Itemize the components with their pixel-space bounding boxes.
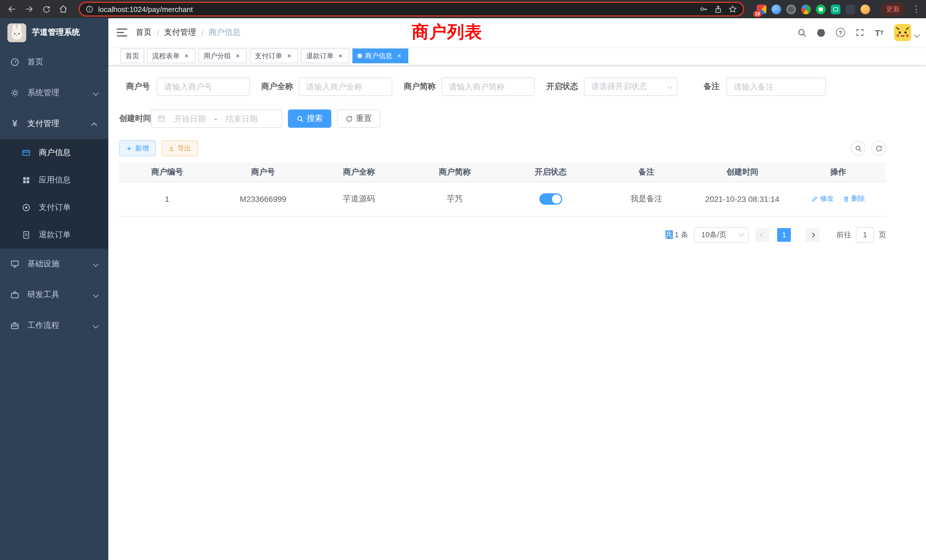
sidebar-logo[interactable]: 芋道管理系统	[0, 18, 108, 47]
sidebar-item-label: 退款订单	[39, 230, 71, 240]
page-size-select[interactable]: 10条/页	[694, 227, 749, 243]
close-icon[interactable]: ×	[285, 52, 293, 60]
fullscreen-icon[interactable]	[851, 23, 869, 42]
field-label: 商户简称	[404, 82, 441, 92]
sidebar-item-system[interactable]: 系统管理	[0, 77, 108, 108]
page-number-button[interactable]: 1	[777, 228, 791, 242]
field-label: 开启状态	[546, 82, 584, 92]
site-info-icon[interactable]	[86, 5, 94, 13]
reset-button[interactable]: 重置	[337, 109, 380, 128]
help-icon[interactable]: ?	[831, 23, 850, 42]
extension-icon[interactable]	[786, 4, 796, 14]
tab-pay-order[interactable]: 支付订单 ×	[250, 48, 298, 63]
main-panel: 首页 / 支付管理 / 商户信息 ?	[108, 18, 926, 560]
chevron-down-icon	[738, 231, 744, 237]
edit-button[interactable]: 修改	[811, 194, 834, 204]
table-row[interactable]: 1 M233666999 芋道源码 芋艿 我是备注 2021-10-23 08:…	[119, 182, 886, 216]
navbar-actions: ? TT	[793, 23, 926, 42]
sidebar-item-pay-order[interactable]: 支付订单	[0, 194, 108, 221]
bookmark-star-icon[interactable]	[728, 5, 737, 14]
browser-update-button[interactable]: 更新	[881, 2, 905, 16]
user-menu[interactable]	[894, 24, 918, 41]
remark-input[interactable]	[726, 77, 826, 96]
sidebar-item-workflow[interactable]: 工作流程	[0, 310, 108, 341]
reload-icon[interactable]	[39, 2, 54, 17]
sidebar-item-app-info[interactable]: 应用信息	[0, 166, 108, 194]
sidebar-item-dev-tools[interactable]: 研发工具	[0, 279, 108, 310]
sidebar-item-refund-order[interactable]: 退款订单	[0, 221, 108, 249]
sidebar-item-label: 首页	[27, 57, 43, 67]
breadcrumb-item[interactable]: 首页	[136, 27, 152, 38]
add-button[interactable]: 新增	[119, 140, 156, 156]
browser-menu-icon[interactable]: ⋮	[911, 4, 921, 14]
tab-process-form[interactable]: 流程表单 ×	[147, 48, 195, 63]
status-select[interactable]: 请选择开启状态	[584, 77, 677, 96]
sidebar-item-label: 支付管理	[27, 119, 59, 129]
tab-label: 首页	[126, 51, 139, 61]
extension-icon[interactable]	[801, 4, 811, 14]
goto-page-input[interactable]	[856, 227, 874, 243]
sidebar-item-label: 系统管理	[27, 88, 59, 98]
cell-full-name: 芋道源码	[311, 182, 407, 216]
sidebar-item-merchant-info[interactable]: 商户信息	[0, 139, 108, 166]
share-icon[interactable]	[714, 5, 722, 14]
app-body: 芋道管理系统 首页 系统管理 ¥	[0, 18, 926, 560]
profile-avatar-icon[interactable]	[861, 4, 870, 14]
yen-icon: ¥	[9, 119, 21, 128]
tab-merchant-info[interactable]: 商户信息 ×	[353, 48, 408, 63]
close-icon[interactable]: ×	[395, 52, 403, 60]
url-text: localhost:1024/pay/merchant	[98, 5, 694, 14]
toggle-search-icon[interactable]	[851, 141, 865, 156]
logo-avatar	[8, 23, 26, 42]
tab-home[interactable]: 首页	[120, 48, 144, 63]
extension-icon[interactable]	[816, 4, 826, 14]
extension-icon[interactable]	[831, 4, 840, 14]
target-icon	[21, 203, 32, 212]
cell-merchant-no: M233666999	[215, 182, 311, 216]
github-icon[interactable]	[812, 23, 830, 42]
close-icon[interactable]: ×	[234, 52, 242, 60]
forward-icon[interactable]	[22, 2, 36, 17]
monitor-icon	[9, 259, 21, 269]
password-key-icon[interactable]	[699, 5, 708, 14]
sidebar-menu: 首页 系统管理 ¥ 支付管理	[0, 47, 108, 341]
breadcrumb-item[interactable]: 支付管理	[164, 27, 196, 38]
delete-button[interactable]: 删除	[843, 194, 865, 204]
sidebar-item-payment[interactable]: ¥ 支付管理	[0, 108, 108, 139]
tab-user-group[interactable]: 用户分组 ×	[198, 48, 247, 63]
close-icon[interactable]: ×	[336, 52, 344, 60]
export-button[interactable]: 导出	[161, 140, 198, 156]
address-bar[interactable]: localhost:1024/pay/merchant	[79, 2, 744, 17]
merchant-no-input[interactable]	[157, 77, 250, 96]
close-icon[interactable]: ×	[183, 52, 191, 60]
reset-button-label: 重置	[356, 114, 372, 124]
refresh-icon[interactable]	[871, 141, 886, 156]
font-size-icon[interactable]: TT	[870, 23, 888, 42]
extension-icon[interactable]	[772, 4, 781, 14]
hamburger-icon[interactable]	[108, 18, 136, 47]
start-date-input[interactable]	[168, 114, 212, 123]
home-icon[interactable]	[56, 2, 71, 17]
column-header: 开启状态	[502, 162, 598, 182]
sidebar-item-label: 应用信息	[39, 175, 71, 185]
create-time-range-picker[interactable]: -	[151, 109, 282, 128]
page-size-value: 10条/页	[701, 230, 738, 240]
back-icon[interactable]	[5, 2, 20, 17]
delete-button-label: 删除	[851, 194, 865, 204]
top-navbar: 首页 / 支付管理 / 商户信息 ?	[108, 18, 926, 47]
next-page-button[interactable]	[806, 228, 819, 242]
extension-icon[interactable]: 10	[757, 4, 766, 14]
sidebar-item-infrastructure[interactable]: 基础设施	[0, 249, 108, 279]
merchant-table: 商户编号 商户号 商户全称 商户简称 开启状态 备注 创建时间 操作	[119, 162, 886, 216]
end-date-input[interactable]	[219, 114, 264, 123]
merchant-fullname-input[interactable]	[299, 77, 392, 96]
search-button[interactable]: 搜索	[288, 109, 331, 128]
merchant-shortname-input[interactable]	[441, 77, 535, 96]
status-toggle[interactable]	[539, 193, 562, 205]
prev-page-button[interactable]	[755, 228, 769, 242]
document-icon	[21, 230, 32, 239]
extension-icon[interactable]	[846, 4, 855, 14]
tab-refund-order[interactable]: 退款订单 ×	[301, 48, 350, 63]
sidebar-item-home[interactable]: 首页	[0, 47, 108, 77]
search-icon[interactable]	[793, 23, 811, 42]
